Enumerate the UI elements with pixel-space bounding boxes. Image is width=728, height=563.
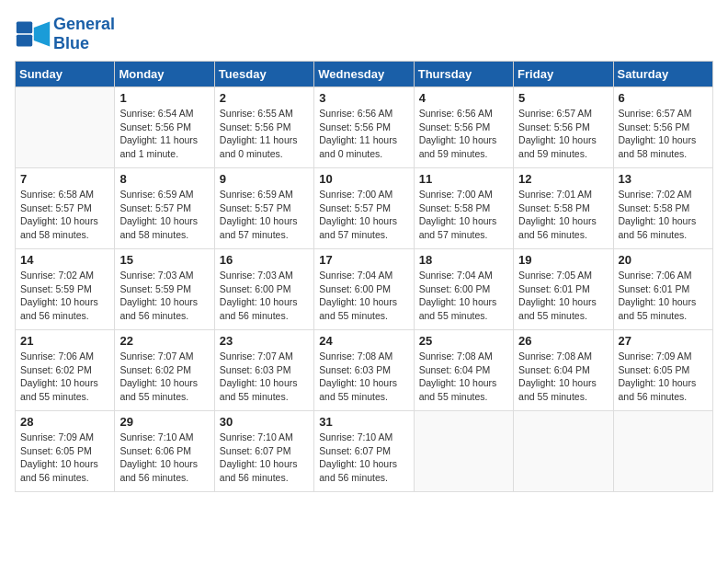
calendar-cell: 2Sunrise: 6:55 AM Sunset: 5:56 PM Daylig… (214, 87, 313, 168)
day-info: Sunrise: 6:59 AM Sunset: 5:57 PM Dayligh… (119, 188, 209, 242)
calendar-cell: 12Sunrise: 7:01 AM Sunset: 5:58 PM Dayli… (514, 168, 613, 249)
calendar-cell (16, 87, 115, 168)
day-info: Sunrise: 7:03 AM Sunset: 5:59 PM Dayligh… (119, 269, 209, 323)
day-number: 15 (119, 253, 209, 267)
svg-rect-0 (17, 22, 32, 34)
calendar-cell: 31Sunrise: 7:10 AM Sunset: 6:07 PM Dayli… (314, 411, 414, 492)
day-info: Sunrise: 7:08 AM Sunset: 6:03 PM Dayligh… (319, 350, 408, 404)
day-number: 26 (518, 334, 608, 348)
calendar-cell: 5Sunrise: 6:57 AM Sunset: 5:56 PM Daylig… (514, 87, 613, 168)
calendar-cell: 13Sunrise: 7:02 AM Sunset: 5:58 PM Dayli… (613, 168, 712, 249)
day-info: Sunrise: 6:54 AM Sunset: 5:56 PM Dayligh… (119, 107, 209, 161)
calendar-table: SundayMondayTuesdayWednesdayThursdayFrid… (15, 61, 713, 492)
calendar-cell: 11Sunrise: 7:00 AM Sunset: 5:58 PM Dayli… (414, 168, 513, 249)
calendar-cell: 29Sunrise: 7:10 AM Sunset: 6:06 PM Dayli… (115, 411, 214, 492)
day-info: Sunrise: 7:07 AM Sunset: 6:03 PM Dayligh… (220, 350, 309, 404)
day-number: 20 (619, 253, 708, 267)
day-number: 10 (319, 172, 408, 186)
svg-marker-2 (34, 22, 50, 47)
weekday-header-saturday: Saturday (613, 62, 712, 87)
day-info: Sunrise: 7:04 AM Sunset: 6:00 PM Dayligh… (419, 269, 508, 323)
day-number: 22 (119, 334, 209, 348)
calendar-cell: 16Sunrise: 7:03 AM Sunset: 6:00 PM Dayli… (214, 249, 313, 330)
day-info: Sunrise: 7:01 AM Sunset: 5:58 PM Dayligh… (518, 188, 608, 242)
day-number: 8 (119, 172, 209, 186)
weekday-header-row: SundayMondayTuesdayWednesdayThursdayFrid… (16, 62, 713, 87)
day-info: Sunrise: 6:59 AM Sunset: 5:57 PM Dayligh… (220, 188, 309, 242)
calendar-cell: 1Sunrise: 6:54 AM Sunset: 5:56 PM Daylig… (115, 87, 214, 168)
day-number: 28 (20, 415, 109, 429)
week-row-4: 21Sunrise: 7:06 AM Sunset: 6:02 PM Dayli… (16, 330, 713, 411)
day-number: 18 (419, 253, 508, 267)
day-info: Sunrise: 7:05 AM Sunset: 6:01 PM Dayligh… (518, 269, 608, 323)
calendar-cell: 20Sunrise: 7:06 AM Sunset: 6:01 PM Dayli… (613, 249, 712, 330)
svg-rect-1 (17, 35, 32, 47)
week-row-1: 1Sunrise: 6:54 AM Sunset: 5:56 PM Daylig… (16, 87, 713, 168)
calendar-cell: 18Sunrise: 7:04 AM Sunset: 6:00 PM Dayli… (414, 249, 513, 330)
logo-blue: Blue (53, 34, 89, 52)
day-info: Sunrise: 7:08 AM Sunset: 6:04 PM Dayligh… (518, 350, 608, 404)
day-info: Sunrise: 7:00 AM Sunset: 5:58 PM Dayligh… (419, 188, 508, 242)
calendar-cell: 24Sunrise: 7:08 AM Sunset: 6:03 PM Dayli… (314, 330, 414, 411)
day-number: 11 (419, 172, 508, 186)
day-number: 23 (220, 334, 309, 348)
calendar-cell: 23Sunrise: 7:07 AM Sunset: 6:03 PM Dayli… (214, 330, 313, 411)
day-info: Sunrise: 7:10 AM Sunset: 6:07 PM Dayligh… (319, 431, 408, 485)
day-number: 7 (20, 172, 109, 186)
weekday-header-sunday: Sunday (16, 62, 115, 87)
day-info: Sunrise: 6:56 AM Sunset: 5:56 PM Dayligh… (419, 107, 508, 161)
logo-text: General Blue (53, 15, 115, 53)
weekday-header-wednesday: Wednesday (314, 62, 414, 87)
calendar-cell: 14Sunrise: 7:02 AM Sunset: 5:59 PM Dayli… (16, 249, 115, 330)
calendar-cell: 22Sunrise: 7:07 AM Sunset: 6:02 PM Dayli… (115, 330, 214, 411)
day-number: 25 (419, 334, 508, 348)
day-info: Sunrise: 6:55 AM Sunset: 5:56 PM Dayligh… (220, 107, 309, 161)
day-info: Sunrise: 7:09 AM Sunset: 6:05 PM Dayligh… (619, 350, 708, 404)
day-number: 24 (319, 334, 408, 348)
day-number: 3 (319, 91, 408, 105)
day-number: 4 (419, 91, 508, 105)
day-number: 30 (220, 415, 309, 429)
logo-icon (15, 20, 51, 48)
calendar-cell: 30Sunrise: 7:10 AM Sunset: 6:07 PM Dayli… (214, 411, 313, 492)
day-info: Sunrise: 6:57 AM Sunset: 5:56 PM Dayligh… (518, 107, 608, 161)
day-number: 16 (220, 253, 309, 267)
day-info: Sunrise: 7:00 AM Sunset: 5:57 PM Dayligh… (319, 188, 408, 242)
day-info: Sunrise: 6:58 AM Sunset: 5:57 PM Dayligh… (20, 188, 109, 242)
day-number: 21 (20, 334, 109, 348)
day-number: 9 (220, 172, 309, 186)
day-info: Sunrise: 7:08 AM Sunset: 6:04 PM Dayligh… (419, 350, 508, 404)
calendar-cell: 17Sunrise: 7:04 AM Sunset: 6:00 PM Dayli… (314, 249, 414, 330)
day-number: 27 (619, 334, 708, 348)
calendar-cell: 9Sunrise: 6:59 AM Sunset: 5:57 PM Daylig… (214, 168, 313, 249)
calendar-cell: 10Sunrise: 7:00 AM Sunset: 5:57 PM Dayli… (314, 168, 414, 249)
day-info: Sunrise: 7:06 AM Sunset: 6:01 PM Dayligh… (619, 269, 708, 323)
weekday-header-friday: Friday (514, 62, 613, 87)
day-number: 2 (220, 91, 309, 105)
calendar-cell: 19Sunrise: 7:05 AM Sunset: 6:01 PM Dayli… (514, 249, 613, 330)
day-number: 5 (518, 91, 608, 105)
calendar-cell: 8Sunrise: 6:59 AM Sunset: 5:57 PM Daylig… (115, 168, 214, 249)
day-info: Sunrise: 7:03 AM Sunset: 6:00 PM Dayligh… (220, 269, 309, 323)
logo-general: General (53, 15, 115, 33)
calendar-cell: 15Sunrise: 7:03 AM Sunset: 5:59 PM Dayli… (115, 249, 214, 330)
day-info: Sunrise: 7:07 AM Sunset: 6:02 PM Dayligh… (119, 350, 209, 404)
weekday-header-thursday: Thursday (414, 62, 513, 87)
calendar-cell: 7Sunrise: 6:58 AM Sunset: 5:57 PM Daylig… (16, 168, 115, 249)
calendar-cell: 25Sunrise: 7:08 AM Sunset: 6:04 PM Dayli… (414, 330, 513, 411)
day-number: 12 (518, 172, 608, 186)
header: General Blue (15, 15, 713, 53)
week-row-5: 28Sunrise: 7:09 AM Sunset: 6:05 PM Dayli… (16, 411, 713, 492)
day-info: Sunrise: 7:02 AM Sunset: 5:59 PM Dayligh… (20, 269, 109, 323)
day-number: 29 (119, 415, 209, 429)
calendar-cell (414, 411, 513, 492)
day-info: Sunrise: 7:10 AM Sunset: 6:06 PM Dayligh… (119, 431, 209, 485)
day-number: 1 (119, 91, 209, 105)
day-number: 14 (20, 253, 109, 267)
day-info: Sunrise: 7:04 AM Sunset: 6:00 PM Dayligh… (319, 269, 408, 323)
calendar-cell: 4Sunrise: 6:56 AM Sunset: 5:56 PM Daylig… (414, 87, 513, 168)
week-row-3: 14Sunrise: 7:02 AM Sunset: 5:59 PM Dayli… (16, 249, 713, 330)
calendar-cell: 27Sunrise: 7:09 AM Sunset: 6:05 PM Dayli… (613, 330, 712, 411)
day-number: 17 (319, 253, 408, 267)
day-number: 19 (518, 253, 608, 267)
